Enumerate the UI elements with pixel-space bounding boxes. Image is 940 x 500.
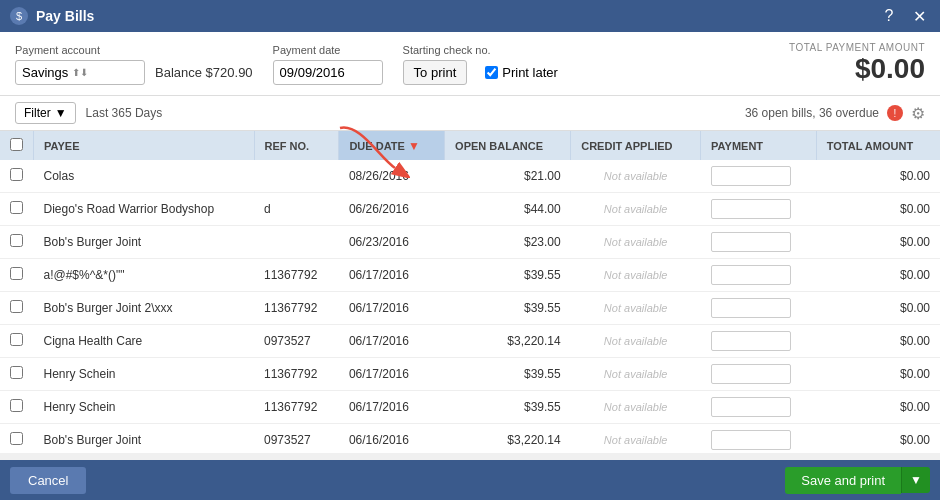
- pay-bills-icon: $: [10, 7, 28, 25]
- footer: Cancel Save and print ▼: [0, 460, 940, 500]
- row-total-amount: $0.00: [816, 358, 940, 391]
- to-print-button[interactable]: To print: [403, 60, 468, 85]
- row-payment-cell: [701, 193, 817, 226]
- table-row: Henry Schein 11367792 06/17/2016 $39.55 …: [0, 358, 940, 391]
- row-due-date: 06/17/2016: [339, 391, 445, 424]
- row-ref-no: 11367792: [254, 391, 339, 424]
- save-and-print-button[interactable]: Save and print: [785, 467, 901, 494]
- filter-button[interactable]: Filter ▼: [15, 102, 76, 124]
- row-total-amount: $0.00: [816, 193, 940, 226]
- row-checkbox-cell: [0, 193, 34, 226]
- row-payment-input[interactable]: [711, 166, 791, 186]
- payment-date-label: Payment date: [273, 44, 383, 56]
- row-ref-no: [254, 160, 339, 193]
- row-checkbox[interactable]: [10, 267, 23, 280]
- print-later-checkbox[interactable]: [485, 66, 498, 79]
- row-due-date: 06/16/2016: [339, 424, 445, 454]
- row-total-amount: $0.00: [816, 391, 940, 424]
- save-print-dropdown-button[interactable]: ▼: [901, 467, 930, 493]
- bills-table-container: PAYEE REF NO. DUE DATE ▼ OPEN BALANCE CR…: [0, 131, 940, 453]
- top-controls: Payment account Savings ⬆⬇ Balance $720.…: [0, 32, 940, 96]
- row-credit-applied: Not available: [571, 259, 701, 292]
- title-bar-left: $ Pay Bills: [10, 7, 94, 25]
- total-value: $0.00: [789, 53, 925, 85]
- row-total-amount: $0.00: [816, 424, 940, 454]
- row-open-balance: $23.00: [445, 226, 571, 259]
- row-ref-no: 0973527: [254, 424, 339, 454]
- row-checkbox[interactable]: [10, 333, 23, 346]
- row-ref-no: 0973527: [254, 325, 339, 358]
- table-row: a!@#$%^&*()"" 11367792 06/17/2016 $39.55…: [0, 259, 940, 292]
- row-payment-cell: [701, 292, 817, 325]
- row-checkbox[interactable]: [10, 168, 23, 181]
- total-label: TOTAL PAYMENT AMOUNT: [789, 42, 925, 53]
- payment-account-value: Savings: [22, 65, 68, 80]
- row-open-balance: $39.55: [445, 292, 571, 325]
- row-checkbox-cell: [0, 226, 34, 259]
- row-payment-input[interactable]: [711, 397, 791, 417]
- row-checkbox[interactable]: [10, 432, 23, 445]
- cancel-button[interactable]: Cancel: [10, 467, 86, 494]
- row-checkbox-cell: [0, 391, 34, 424]
- title-bar-right: ? ✕: [878, 5, 930, 27]
- row-payee: Bob's Burger Joint: [34, 226, 255, 259]
- row-payee: Diego's Road Warrior Bodyshop: [34, 193, 255, 226]
- row-due-date: 06/17/2016: [339, 325, 445, 358]
- select-all-checkbox[interactable]: [10, 138, 23, 151]
- filter-label: Filter: [24, 106, 51, 120]
- row-credit-applied: Not available: [571, 160, 701, 193]
- row-payment-input[interactable]: [711, 199, 791, 219]
- row-checkbox[interactable]: [10, 366, 23, 379]
- balance-display: Balance $720.90: [155, 65, 253, 80]
- alert-badge: !: [887, 105, 903, 121]
- row-payee: Bob's Burger Joint: [34, 424, 255, 454]
- payee-header: PAYEE: [34, 131, 255, 160]
- row-open-balance: $21.00: [445, 160, 571, 193]
- row-open-balance: $39.55: [445, 259, 571, 292]
- row-payment-cell: [701, 358, 817, 391]
- credit-applied-header: CREDIT APPLIED: [571, 131, 701, 160]
- row-checkbox[interactable]: [10, 399, 23, 412]
- ref-no-header: REF NO.: [254, 131, 339, 160]
- payment-header: PAYMENT: [701, 131, 817, 160]
- due-date-header[interactable]: DUE DATE ▼: [339, 131, 445, 160]
- row-open-balance: $3,220.14: [445, 325, 571, 358]
- payment-account-select[interactable]: Savings ⬆⬇: [15, 60, 145, 85]
- row-ref-no: [254, 226, 339, 259]
- row-total-amount: $0.00: [816, 292, 940, 325]
- row-credit-applied: Not available: [571, 358, 701, 391]
- row-due-date: 06/23/2016: [339, 226, 445, 259]
- settings-button[interactable]: ⚙: [911, 104, 925, 123]
- row-payment-input[interactable]: [711, 430, 791, 450]
- bills-count: 36 open bills, 36 overdue: [745, 106, 879, 120]
- print-later-label: Print later: [485, 65, 558, 80]
- row-checkbox-cell: [0, 358, 34, 391]
- period-label: Last 365 Days: [86, 106, 163, 120]
- row-ref-no: 11367792: [254, 358, 339, 391]
- row-checkbox-cell: [0, 424, 34, 454]
- row-due-date: 06/17/2016: [339, 259, 445, 292]
- total-amount-header: TOTAL AMOUNT: [816, 131, 940, 160]
- close-button[interactable]: ✕: [908, 5, 930, 27]
- table-row: Cigna Health Care 0973527 06/17/2016 $3,…: [0, 325, 940, 358]
- row-checkbox[interactable]: [10, 234, 23, 247]
- row-payment-cell: [701, 391, 817, 424]
- title-bar: $ Pay Bills ? ✕: [0, 0, 940, 32]
- row-payment-input[interactable]: [711, 331, 791, 351]
- starting-check-group: Starting check no. To print Print later: [403, 44, 558, 85]
- row-checkbox[interactable]: [10, 300, 23, 313]
- row-payment-input[interactable]: [711, 298, 791, 318]
- row-payment-input[interactable]: [711, 364, 791, 384]
- row-payment-input[interactable]: [711, 265, 791, 285]
- row-ref-no: 11367792: [254, 259, 339, 292]
- row-total-amount: $0.00: [816, 325, 940, 358]
- payment-date-input[interactable]: [273, 60, 383, 85]
- help-button[interactable]: ?: [878, 5, 900, 27]
- row-due-date: 06/17/2016: [339, 292, 445, 325]
- row-checkbox[interactable]: [10, 201, 23, 214]
- row-payment-input[interactable]: [711, 232, 791, 252]
- row-payee: Cigna Health Care: [34, 325, 255, 358]
- table-row: Bob's Burger Joint 0973527 06/16/2016 $3…: [0, 424, 940, 454]
- row-payee: Henry Schein: [34, 358, 255, 391]
- row-due-date: 06/17/2016: [339, 358, 445, 391]
